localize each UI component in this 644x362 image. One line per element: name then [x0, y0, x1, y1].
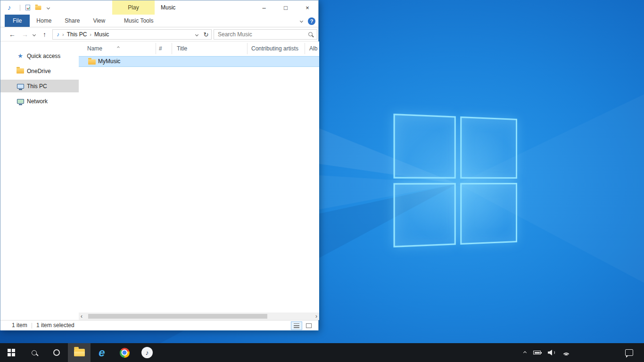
network-wifi-icon[interactable] [562, 350, 570, 356]
chevron-down-icon [195, 33, 198, 36]
location-music-icon: ♪ [57, 31, 59, 38]
help-button[interactable]: ? [308, 17, 315, 25]
battery-icon[interactable] [533, 351, 541, 354]
star-icon: ★ [17, 52, 23, 59]
properties-icon [25, 5, 30, 10]
sidebar-item-label: OneDrive [27, 68, 51, 74]
thumbnail-view-icon [306, 323, 312, 328]
column-header-title[interactable]: Title [177, 41, 187, 56]
taskbar-search-button[interactable] [23, 343, 45, 362]
hidden-icons-chevron-icon[interactable] [523, 351, 527, 354]
file-name: MyMusic [98, 57, 120, 66]
windows-logo-icon [8, 349, 15, 356]
column-separator[interactable] [156, 43, 156, 54]
tab-home[interactable]: Home [30, 15, 58, 27]
search-icon[interactable] [308, 32, 313, 36]
file-list: Name # Title Contributing artists Alb My… [79, 41, 319, 313]
qat-new-folder-button[interactable] [33, 0, 43, 15]
volume-icon[interactable] [548, 350, 555, 355]
chrome-icon [120, 348, 130, 358]
details-view-button[interactable] [291, 321, 302, 330]
column-header-album[interactable]: Alb [309, 41, 317, 56]
qat-customize-button[interactable] [43, 0, 53, 15]
sort-ascending-icon [117, 43, 119, 50]
breadcrumb-separator: › [90, 32, 91, 37]
maximize-button[interactable]: □ [275, 0, 297, 15]
system-tray [524, 343, 570, 362]
minimize-button[interactable]: – [253, 0, 275, 15]
refresh-button[interactable]: ↻ [201, 31, 211, 38]
breadcrumb-separator: › [62, 32, 64, 37]
windows-logo-pane [394, 183, 456, 247]
item-count: 1 item [12, 321, 27, 330]
ribbon-tab-row: File Home Share View Music Tools ? [0, 15, 318, 27]
status-bar: 1 item 1 item selected [0, 320, 318, 330]
collapse-ribbon-icon[interactable] [300, 19, 303, 23]
cortana-button[interactable] [45, 343, 68, 362]
search-input[interactable] [214, 30, 317, 39]
status-divider [32, 323, 32, 329]
taskbar-chrome-button[interactable] [113, 343, 136, 362]
computer-icon [17, 84, 24, 89]
navigation-bar: ← → ↑ ♪ › This PC › Music ↻ [0, 27, 318, 41]
music-note-icon: ♪ [8, 0, 11, 15]
up-button[interactable]: ↑ [43, 27, 46, 41]
start-button[interactable] [0, 343, 23, 362]
tab-view[interactable]: View [86, 15, 112, 27]
qat-separator [20, 5, 20, 11]
tab-share[interactable]: Share [58, 15, 86, 27]
selection-count: 1 item selected [36, 321, 74, 330]
address-bar[interactable]: ♪ › This PC › Music ↻ [52, 29, 212, 40]
sidebar-item-quick-access[interactable]: ★ Quick access [0, 49, 79, 62]
horizontal-scrollbar[interactable]: ‹ › [79, 313, 319, 320]
address-dropdown-button[interactable] [192, 33, 201, 36]
column-separator[interactable] [305, 43, 305, 54]
column-separator[interactable] [172, 43, 172, 54]
thumbnail-view-button[interactable] [303, 321, 314, 330]
titlebar[interactable]: ♪ Play Music – □ × [0, 0, 318, 15]
back-button[interactable]: ← [9, 27, 16, 41]
column-separator[interactable] [247, 43, 248, 54]
file-explorer-window: ♪ Play Music – □ × File Home Share View … [0, 0, 319, 330]
new-folder-icon [35, 6, 41, 10]
column-headers: Name # Title Contributing artists Alb [79, 41, 319, 56]
scroll-right-arrow[interactable]: › [315, 313, 317, 320]
taskbar: e ♪ [0, 343, 644, 362]
recent-locations-chevron[interactable] [33, 33, 36, 36]
action-center-button[interactable] [619, 343, 639, 362]
window-title: Music [161, 0, 175, 15]
chevron-down-icon [46, 6, 50, 9]
sidebar-item-onedrive[interactable]: OneDrive [0, 65, 79, 77]
file-explorer-icon [74, 349, 85, 356]
breadcrumb-music[interactable]: Music [94, 31, 109, 38]
internet-explorer-icon: e [99, 343, 105, 362]
details-view-icon [294, 323, 299, 328]
taskbar-file-explorer-button[interactable] [68, 343, 91, 362]
close-button[interactable]: × [297, 0, 318, 15]
sidebar-item-this-pc[interactable]: This PC [0, 80, 79, 92]
folder-icon [88, 59, 96, 65]
qat-properties-button[interactable] [23, 0, 33, 15]
sidebar-item-network[interactable]: Network [0, 95, 79, 107]
forward-button[interactable]: → [22, 27, 28, 41]
tab-music-tools[interactable]: Music Tools [117, 15, 160, 27]
column-header-artists[interactable]: Contributing artists [251, 41, 298, 56]
windows-logo-wallpaper [394, 114, 517, 247]
column-header-name[interactable]: Name [87, 41, 102, 56]
sidebar-item-label: Quick access [27, 53, 60, 59]
taskbar-music-player-button[interactable]: ♪ [136, 343, 158, 362]
scroll-left-arrow[interactable]: ‹ [81, 313, 83, 320]
music-player-icon: ♪ [141, 347, 153, 358]
onedrive-icon [17, 68, 24, 74]
breadcrumb-this-pc[interactable]: This PC [67, 31, 87, 38]
windows-logo-pane [460, 116, 517, 179]
cortana-icon [53, 349, 60, 356]
scrollbar-thumb[interactable] [88, 314, 267, 319]
file-row-mymusic[interactable]: MyMusic [79, 56, 319, 67]
taskbar-internet-explorer-button[interactable]: e [91, 343, 113, 362]
contextual-tab-play[interactable]: Play [112, 0, 155, 15]
tab-file[interactable]: File [5, 15, 30, 27]
search-icon [32, 350, 37, 355]
navigation-pane: ★ Quick access OneDrive This PC Network [0, 41, 79, 320]
column-header-number[interactable]: # [159, 41, 162, 56]
